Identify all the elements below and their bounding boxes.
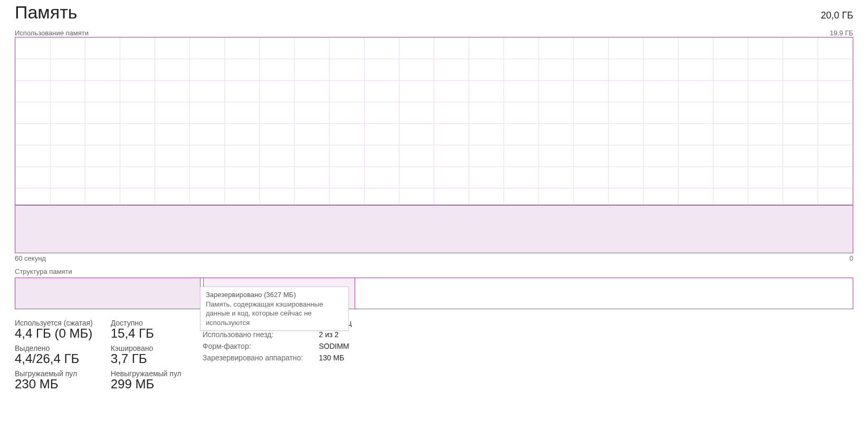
axis-left-label: 60 секунд: [15, 254, 46, 262]
spec-hw-reserved-label: Зарезервировано аппаратно:: [203, 354, 303, 362]
composition-in-use[interactable]: [15, 278, 201, 309]
usage-chart-label: Использование памяти: [15, 29, 89, 37]
nonpaged-pool-value: 299 МБ: [111, 377, 182, 392]
spec-form-value: SODIMM: [319, 342, 351, 350]
memory-usage-chart: [15, 37, 853, 253]
composition-tooltip: Зарезервировано (3627 МБ) Память, содерж…: [200, 287, 349, 331]
committed-value: 4,4/26,4 ГБ: [15, 351, 93, 366]
spec-slots-value: 2 из 2: [319, 330, 351, 339]
axis-right-label: 0: [850, 254, 853, 262]
cached-value: 3,7 ГБ: [111, 351, 182, 366]
in-use-value: 4,4 ГБ (0 МБ): [15, 326, 93, 341]
usage-chart-ymax: 19,9 ГБ: [830, 29, 853, 37]
spec-slots-label: Использовано гнезд:: [203, 330, 303, 339]
available-value: 15,4 ГБ: [111, 326, 182, 341]
memory-composition-bar: Зарезервировано (3627 МБ) Память, содерж…: [15, 278, 853, 309]
spec-form-label: Форм-фактор:: [203, 342, 303, 350]
memory-stats: Используется (сжатая) 4,4 ГБ (0 МБ) Дост…: [15, 319, 182, 392]
composition-label: Структура памяти: [15, 268, 853, 275]
tooltip-body: Память, содержащая кэшированные данные и…: [206, 300, 343, 328]
tooltip-title: Зарезервировано (3627 МБ): [206, 290, 343, 300]
composition-free[interactable]: [355, 278, 853, 309]
page-title: Память: [15, 2, 77, 23]
memory-total: 20,0 ГБ: [821, 10, 853, 21]
paged-pool-value: 230 МБ: [15, 377, 93, 392]
spec-hw-reserved-value: 130 МБ: [319, 354, 351, 362]
